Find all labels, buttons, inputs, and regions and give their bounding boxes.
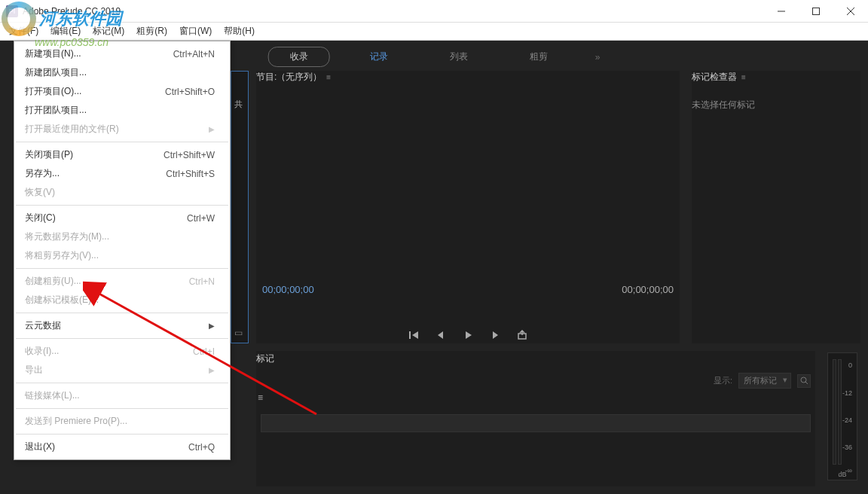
file-menu-item[interactable]: 新建团队项目... — [14, 63, 230, 82]
timecode-row: 00;00;00;00 00;00;00;00 — [256, 284, 680, 295]
submenu-arrow-icon: ▶ — [209, 366, 215, 374]
menu-shortcut: Ctrl+I — [193, 346, 215, 357]
tab-ingest[interactable]: 收录 — [268, 47, 330, 67]
marker-inspector-header: 标记检查器 ≡ — [692, 71, 860, 88]
step-back-button[interactable] — [436, 330, 446, 343]
meter-tick: -36 — [842, 444, 852, 451]
tabs-overflow-icon[interactable]: » — [595, 52, 601, 63]
menu-item-label: 将元数据另存为(M)... — [25, 230, 109, 243]
panel-menu-icon[interactable]: ≡ — [741, 73, 746, 81]
search-icon — [800, 377, 808, 385]
menu-item-label: 打开团队项目... — [25, 104, 87, 117]
tab-roughcut[interactable]: 粗剪 — [508, 47, 570, 67]
menu-item-label: 关闭项目(P) — [25, 148, 73, 161]
menu-bar: 文件(F) 编辑(E) 标记(M) 粗剪(R) 窗口(W) 帮助(H) — [0, 23, 868, 41]
menu-edit[interactable]: 编辑(E) — [44, 23, 87, 40]
tab-list[interactable]: 列表 — [428, 47, 490, 67]
file-menu-item: 将粗剪另存为(V)... — [14, 246, 230, 265]
minimize-button[interactable] — [764, 0, 799, 23]
file-menu-item[interactable]: 另存为...Ctrl+Shift+S — [14, 164, 230, 183]
maximize-button[interactable] — [799, 0, 833, 23]
menu-file[interactable]: 文件(F) — [3, 23, 44, 40]
submenu-arrow-icon: ▶ — [209, 125, 215, 133]
file-menu-item: 创建粗剪(U)...Ctrl+N — [14, 272, 230, 291]
folder-icon[interactable]: ▭ — [234, 328, 243, 338]
menu-item-label: 发送到 Premiere Pro(P)... — [25, 415, 127, 428]
svg-rect-4 — [409, 331, 411, 339]
play-button[interactable] — [463, 330, 473, 343]
menu-separator — [16, 383, 228, 383]
file-menu-item[interactable]: 云元数据▶ — [14, 316, 230, 335]
menu-separator — [16, 205, 228, 206]
marker-filter-select[interactable]: 所有标记 ▾ — [738, 373, 791, 389]
menu-item-label: 退出(X) — [25, 441, 55, 453]
menu-item-label: 打开最近使用的文件(R) — [25, 123, 119, 136]
file-menu-item: 导出▶ — [14, 361, 230, 380]
close-button[interactable] — [833, 0, 868, 23]
program-monitor-title: 节目:（无序列） — [256, 71, 322, 84]
menu-item-label: 打开项目(O)... — [25, 85, 81, 98]
timecode-current[interactable]: 00;00;00;00 — [262, 284, 314, 295]
menu-item-label: 导出 — [25, 364, 43, 377]
file-menu-item: 发送到 Premiere Pro(P)... — [14, 412, 230, 431]
menu-item-label: 恢复(V) — [25, 186, 55, 199]
svg-marker-5 — [412, 331, 418, 339]
menu-roughcut[interactable]: 粗剪(R) — [130, 23, 173, 40]
menu-window[interactable]: 窗口(W) — [173, 23, 218, 40]
panel-menu-icon[interactable]: ≡ — [258, 392, 263, 403]
search-button[interactable] — [797, 374, 811, 388]
menu-item-label: 链接媒体(L)... — [25, 389, 80, 402]
workspace-tabs: 收录 记录 列表 粗剪 » — [268, 47, 601, 67]
marker-inspector-title: 标记检查器 — [692, 71, 737, 84]
export-frame-button[interactable] — [517, 330, 527, 343]
file-menu-item: 恢复(V) — [14, 183, 230, 202]
menu-separator — [16, 338, 228, 339]
svg-marker-7 — [466, 331, 472, 339]
tab-log[interactable]: 记录 — [348, 47, 410, 67]
marker-inspector-body: 未选择任何标记 — [692, 88, 860, 111]
title-bar: Pl Adobe Prelude CC 2019 — [0, 0, 868, 23]
markers-panel: 标记 显示: 所有标记 ▾ — [256, 351, 815, 486]
menu-separator — [16, 313, 228, 313]
goto-in-button[interactable] — [408, 330, 419, 343]
file-menu-item: 将元数据另存为(M)... — [14, 227, 230, 246]
menu-marker[interactable]: 标记(M) — [87, 23, 130, 40]
menu-item-label: 新建项目(N)... — [25, 47, 81, 60]
display-label: 显示: — [714, 375, 732, 386]
menu-separator — [16, 434, 228, 435]
menu-shortcut: Ctrl+Shift+S — [166, 169, 215, 179]
file-menu-item[interactable]: 关闭(C)Ctrl+W — [14, 209, 230, 227]
left-strip-label: 共 — [231, 72, 248, 110]
meter-tick: 0 — [848, 361, 852, 369]
svg-marker-6 — [438, 331, 443, 339]
file-menu-item[interactable]: 关闭项目(P)Ctrl+Shift+W — [14, 145, 230, 164]
file-menu-item: 打开最近使用的文件(R)▶ — [14, 120, 230, 139]
meter-tick: -12 — [842, 389, 852, 397]
menu-item-label: 将粗剪另存为(V)... — [25, 249, 99, 262]
markers-panel-controls: 显示: 所有标记 ▾ — [256, 373, 815, 389]
app-icon: Pl — [6, 5, 18, 17]
menu-item-label: 新建团队项目... — [25, 66, 87, 79]
left-panel-strip[interactable]: 共 ▭ — [231, 71, 249, 343]
markers-panel-title: 标记 — [256, 351, 815, 373]
menu-shortcut: Ctrl+Shift+W — [164, 150, 215, 160]
audio-meter: 0-12-24-36-∞ dB — [827, 352, 857, 480]
file-menu-item[interactable]: 新建项目(N)...Ctrl+Alt+N — [14, 44, 230, 63]
svg-point-10 — [801, 377, 806, 383]
program-monitor-header: 节目:（无序列） ≡ — [256, 71, 680, 88]
marker-inspector-panel: 标记检查器 ≡ 未选择任何标记 — [692, 71, 860, 343]
timecode-duration: 00;00;00;00 — [622, 284, 674, 295]
marker-input[interactable] — [261, 414, 811, 432]
menu-item-label: 云元数据 — [25, 319, 61, 332]
file-menu-item[interactable]: 打开团队项目... — [14, 101, 230, 120]
menu-item-label: 收录(I)... — [25, 345, 59, 358]
file-menu-dropdown: 新建项目(N)...Ctrl+Alt+N新建团队项目...打开项目(O)...C… — [14, 41, 231, 460]
file-menu-item[interactable]: 退出(X)Ctrl+Q — [14, 438, 230, 456]
file-menu-item[interactable]: 打开项目(O)...Ctrl+Shift+O — [14, 82, 230, 101]
menu-help[interactable]: 帮助(H) — [218, 23, 261, 40]
submenu-arrow-icon: ▶ — [209, 322, 215, 330]
svg-marker-8 — [493, 331, 498, 339]
step-forward-button[interactable] — [490, 330, 500, 343]
menu-shortcut: Ctrl+Alt+N — [173, 49, 215, 59]
panel-menu-icon[interactable]: ≡ — [326, 73, 331, 81]
